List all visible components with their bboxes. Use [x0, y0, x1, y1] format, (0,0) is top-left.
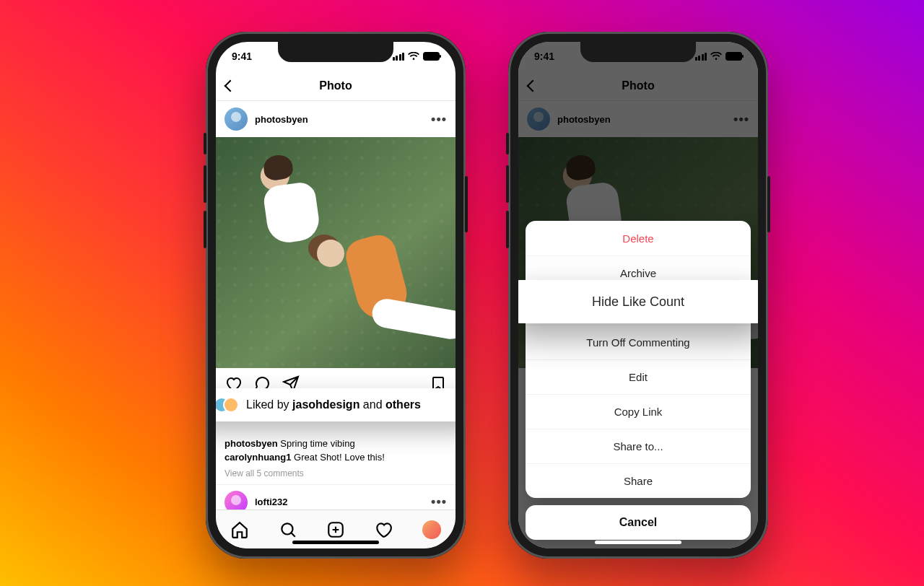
caption-text: Spring time vibing: [278, 438, 355, 449]
search-icon[interactable]: [279, 520, 297, 539]
home-icon[interactable]: [230, 520, 249, 539]
like-callout: Liked by jasohdesign and others: [216, 388, 456, 421]
nav-bar: Photo: [216, 71, 456, 101]
more-options-icon[interactable]: •••: [431, 112, 447, 127]
add-post-icon[interactable]: [326, 520, 345, 539]
svg-point-0: [282, 523, 292, 534]
power-button: [465, 176, 468, 232]
nav-title: Photo: [319, 79, 352, 92]
liked-others: others: [385, 398, 421, 411]
liked-middle: and: [359, 398, 385, 411]
more-options-icon[interactable]: •••: [431, 494, 447, 510]
activity-icon[interactable]: [374, 520, 393, 539]
home-indicator: [292, 541, 379, 544]
sheet-item-edit[interactable]: Edit: [526, 359, 751, 394]
comment-username[interactable]: carolynhuang1: [225, 452, 291, 463]
phone-mockup-left: 9:41 Photo photosbyen •••: [206, 32, 466, 559]
notch: [278, 42, 393, 62]
avatar[interactable]: [225, 108, 248, 131]
second-post-username[interactable]: lofti232: [255, 497, 424, 507]
liked-user: jasohdesign: [292, 398, 359, 411]
cellular-icon: [391, 53, 404, 61]
stage: 9:41 Photo photosbyen •••: [0, 0, 924, 586]
profile-tab[interactable]: [422, 520, 441, 539]
view-all-comments[interactable]: View all 5 comments: [225, 468, 447, 480]
liked-prefix: Liked by: [246, 398, 292, 411]
mute-switch: [204, 133, 206, 154]
screen-right: 9:41 Photo photosbyen •••: [518, 42, 758, 548]
battery-icon: [423, 52, 440, 61]
comment-text: Great Shot! Love this!: [291, 452, 384, 463]
sheet-item-share-to[interactable]: Share to...: [526, 429, 751, 463]
status-indicators: [391, 52, 440, 61]
post-username[interactable]: photosbyen: [255, 114, 424, 125]
power-button: [767, 176, 770, 232]
home-indicator: [595, 541, 681, 544]
post-image[interactable]: [216, 137, 456, 368]
caption-username[interactable]: photosbyen: [225, 438, 278, 449]
back-icon[interactable]: [225, 79, 237, 92]
action-sheet: DeleteArchiveHide Like CountTurn Off Com…: [526, 221, 751, 498]
volume-down-button: [204, 211, 206, 248]
post-header: photosbyen •••: [216, 101, 456, 137]
cancel-button[interactable]: Cancel: [526, 505, 751, 540]
volume-down-button: [506, 211, 509, 248]
caption-row: photosbyen Spring time vibing: [225, 437, 447, 451]
hide-like-highlight[interactable]: Hide Like Count: [518, 280, 758, 323]
sheet-item-copy-link[interactable]: Copy Link: [526, 394, 751, 429]
liker-avatars: [216, 397, 239, 413]
sheet-item-share[interactable]: Share: [526, 463, 751, 498]
sheet-item-delete[interactable]: Delete: [526, 221, 751, 255]
notch: [580, 42, 696, 62]
comment-row: carolynhuang1 Great Shot! Love this!: [225, 451, 447, 465]
screen-left: 9:41 Photo photosbyen •••: [216, 42, 456, 548]
status-time: 9:41: [232, 51, 252, 62]
wifi-icon: [408, 52, 419, 61]
phone-mockup-right: 9:41 Photo photosbyen •••: [508, 32, 768, 559]
action-sheet-wrap: DeleteArchiveHide Like CountTurn Off Com…: [526, 221, 751, 540]
liked-by-text[interactable]: Liked by jasohdesign and others: [246, 398, 421, 411]
figure-2: [317, 224, 456, 339]
cancel-label: Cancel: [619, 516, 657, 529]
volume-up-button: [204, 165, 206, 203]
mute-switch: [506, 133, 509, 154]
volume-up-button: [506, 165, 509, 203]
sheet-item-turn-off-commenting[interactable]: Turn Off Commenting: [526, 325, 751, 359]
hide-like-label: Hide Like Count: [592, 294, 684, 310]
